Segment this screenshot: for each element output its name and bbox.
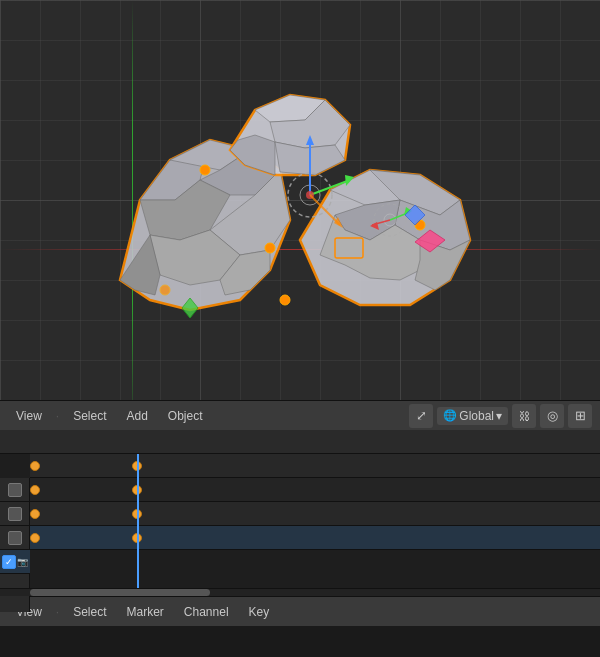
global-dropdown[interactable]: 🌐 Global ▾ <box>437 407 508 425</box>
keyframe-2-0[interactable] <box>30 485 40 495</box>
keyframe-4-0[interactable] <box>30 533 40 543</box>
track-check-4[interactable]: ✓ 📷 <box>0 550 30 574</box>
overlay-icon: ◎ <box>547 408 558 423</box>
svg-point-22 <box>265 243 275 253</box>
viewport-toolbar: View · Select Add Object ⤢ 🌐 Global ▾ ⛓ … <box>0 400 600 430</box>
timeline-tracks[interactable] <box>30 454 600 588</box>
timeline-marker-button[interactable]: Marker <box>119 603 172 621</box>
timeline-key-button[interactable]: Key <box>241 603 278 621</box>
track-row-3[interactable] <box>30 502 600 526</box>
link-icon-btn[interactable]: ⛓ <box>512 404 536 428</box>
viewport-toolbar-right: ⤢ 🌐 Global ▾ ⛓ ◎ ⊞ <box>409 404 592 428</box>
view-menu-button[interactable]: View <box>8 407 50 425</box>
timeline: 0 10 19 30 40 50 60 70 80 90 100 110 <box>0 430 600 626</box>
svg-point-25 <box>160 285 170 295</box>
svg-point-24 <box>280 295 290 305</box>
overlay-icon-btn[interactable]: ◎ <box>540 404 564 428</box>
object-menu-button[interactable]: Object <box>160 407 211 425</box>
checkbox-2[interactable] <box>8 507 22 521</box>
chevron-down-icon: ▾ <box>496 409 502 423</box>
transform-icon: ⤢ <box>416 408 427 423</box>
timeline-channel-button[interactable]: Channel <box>176 603 237 621</box>
layers-icon: ⊞ <box>575 408 586 423</box>
checkbox-4[interactable]: ✓ <box>2 555 16 569</box>
track-row-2[interactable] <box>30 478 600 502</box>
timeline-select-button[interactable]: Select <box>65 603 114 621</box>
select-menu-button[interactable]: Select <box>65 407 114 425</box>
track-check-1[interactable] <box>0 478 30 502</box>
track-row-1[interactable] <box>30 454 600 478</box>
global-icon: 🌐 <box>443 409 457 422</box>
timeline-tracks-container: ✓ 📷 <box>0 454 600 588</box>
keyframe-3-0[interactable] <box>30 509 40 519</box>
track-check-3[interactable] <box>0 526 30 550</box>
camera-icon: 📷 <box>17 557 28 567</box>
timeline-empty <box>30 550 600 588</box>
viewport-3d[interactable]: View · Select Add Object ⤢ 🌐 Global ▾ ⛓ … <box>0 0 600 430</box>
playhead-tracks <box>137 454 139 588</box>
timeline-ruler[interactable]: 0 10 19 30 40 50 60 70 80 90 100 110 <box>0 430 600 454</box>
add-menu-button[interactable]: Add <box>119 407 156 425</box>
checkbox-3[interactable] <box>8 531 22 545</box>
timeline-sep-1: · <box>56 605 59 619</box>
global-label: Global <box>459 409 494 423</box>
track-check-2[interactable] <box>0 502 30 526</box>
scrollbar-thumb[interactable] <box>30 589 210 596</box>
checkbox-1[interactable] <box>8 483 22 497</box>
link-icon: ⛓ <box>519 410 530 422</box>
track-row-4[interactable] <box>30 526 600 550</box>
checkmark-icon: ✓ <box>5 557 13 567</box>
keyframe-1-0[interactable] <box>30 461 40 471</box>
transform-icon-btn[interactable]: ⤢ <box>409 404 433 428</box>
layers-icon-btn[interactable]: ⊞ <box>568 404 592 428</box>
model-svg <box>0 0 600 400</box>
timeline-toolbar: View · Select Marker Channel Key <box>0 596 600 626</box>
separator-1: · <box>56 409 59 423</box>
svg-point-21 <box>200 165 210 175</box>
timeline-scrollbar[interactable] <box>0 588 600 596</box>
